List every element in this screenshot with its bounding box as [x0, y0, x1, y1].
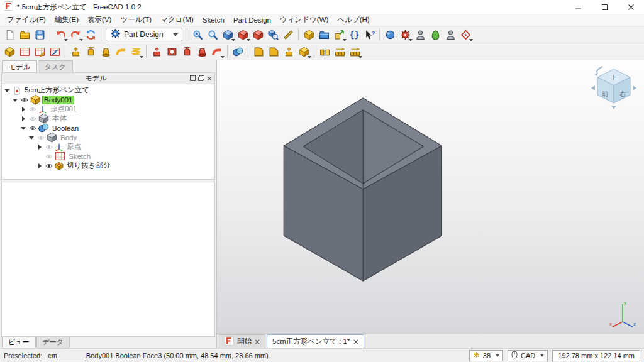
revolution-button[interactable]: [83, 44, 98, 59]
insert-component-button[interactable]: [413, 27, 428, 42]
create-part-button[interactable]: [301, 27, 316, 42]
orbit-arrow-icon[interactable]: [596, 67, 602, 72]
minimize-button[interactable]: [565, 0, 591, 14]
map-sketch-button[interactable]: [47, 44, 62, 59]
subtractive-pipe-button[interactable]: [209, 44, 225, 59]
tab-close-icon[interactable]: [353, 338, 358, 346]
draw-style-button[interactable]: [235, 27, 250, 42]
maximize-button[interactable]: [591, 0, 618, 14]
navigation-cube[interactable]: 上 前 右: [589, 64, 638, 111]
close-button[interactable]: [618, 0, 644, 14]
groove-button[interactable]: [179, 44, 194, 59]
menu-view[interactable]: 表示(V): [83, 14, 116, 26]
appearance-button[interactable]: [428, 27, 443, 42]
assembly-create-button[interactable]: [382, 27, 397, 42]
section-cut-button[interactable]: [250, 27, 265, 42]
menu-tools[interactable]: ツール(T): [116, 14, 156, 26]
isometric-view-button[interactable]: [220, 27, 235, 42]
additive-loft-button[interactable]: [98, 44, 113, 59]
expander-open[interactable]: [29, 134, 35, 141]
menu-sketch[interactable]: Sketch: [198, 15, 229, 25]
panel-tab-model[interactable]: モデル: [2, 60, 37, 72]
expander-open[interactable]: [4, 87, 11, 94]
3d-view[interactable]: 上 前 右 y x z: [217, 60, 644, 333]
draft-button[interactable]: [281, 44, 296, 59]
tree-item-body001[interactable]: Body001: [2, 95, 214, 104]
linear-pattern-button[interactable]: [332, 44, 347, 59]
visibility-eye-icon[interactable]: [45, 162, 53, 170]
create-sketch-button[interactable]: [17, 44, 32, 59]
dock-button[interactable]: [190, 75, 196, 82]
rotate-left-arrow-icon[interactable]: [591, 85, 595, 90]
expander-closed[interactable]: [37, 163, 43, 169]
visibility-eye-icon[interactable]: [21, 96, 28, 104]
rotate-right-arrow-icon[interactable]: [633, 85, 636, 90]
panel-tab-tasks[interactable]: タスク: [38, 60, 73, 72]
visibility-eye-icon[interactable]: [29, 106, 36, 113]
fit-all-button[interactable]: [190, 27, 205, 42]
create-group-button[interactable]: [316, 27, 331, 42]
tree-item-sketch[interactable]: Sketch: [2, 151, 214, 161]
tree-item-origin001[interactable]: 原点001: [2, 104, 214, 114]
menu-macro[interactable]: マクロ(M): [156, 14, 198, 26]
edit-sketch-button[interactable]: [32, 44, 47, 59]
assembly-solve-button[interactable]: [397, 27, 413, 42]
chamfer-button[interactable]: [266, 44, 281, 59]
expander-closed[interactable]: [37, 144, 43, 150]
additive-pipe-button[interactable]: [113, 44, 128, 59]
thickness-button[interactable]: [296, 44, 311, 59]
polar-pattern-button[interactable]: [347, 44, 362, 59]
expander-closed[interactable]: [21, 106, 27, 112]
expander-open[interactable]: [21, 125, 27, 131]
tab-close-icon[interactable]: [255, 338, 260, 346]
orbit-arrowhead-icon[interactable]: [594, 72, 598, 76]
menu-edit[interactable]: 編集(E): [50, 14, 83, 26]
visibility-eye-icon[interactable]: [45, 153, 53, 160]
expression-button[interactable]: {}: [347, 27, 362, 42]
undo-button[interactable]: [53, 27, 68, 42]
refresh-button[interactable]: [83, 27, 98, 42]
user-button[interactable]: [443, 27, 458, 42]
new-file-button[interactable]: [2, 27, 17, 42]
fit-selection-button[interactable]: [205, 27, 220, 42]
workbench-selector[interactable]: Part Design: [106, 28, 182, 41]
measure-button[interactable]: [280, 27, 296, 42]
subtractive-loft-button[interactable]: [194, 44, 209, 59]
menu-part-design[interactable]: Part Design: [229, 15, 275, 25]
tree-item-origin[interactable]: 原点: [2, 142, 214, 151]
additive-helix-button[interactable]: [128, 44, 143, 59]
visibility-eye-icon[interactable]: [29, 124, 36, 132]
close-panel-button[interactable]: [207, 75, 212, 82]
marker-size-combo[interactable]: 38: [469, 350, 503, 361]
menu-window[interactable]: ウィンドウ(W): [275, 14, 333, 26]
tree-item-cutout[interactable]: 切り抜き部分: [2, 161, 214, 170]
expander-open[interactable]: [13, 97, 19, 103]
expander-closed[interactable]: [21, 116, 27, 122]
rotate-down-arrow-icon[interactable]: [611, 106, 616, 109]
model-dock-header[interactable]: モデル: [1, 72, 215, 84]
open-file-button[interactable]: [17, 27, 32, 42]
boolean-operation-button[interactable]: [230, 44, 245, 59]
tree-item-main-solid[interactable]: 本体: [2, 114, 214, 123]
property-tab-view[interactable]: ビュー: [2, 337, 36, 348]
save-button[interactable]: [32, 27, 47, 42]
property-editor[interactable]: [1, 182, 215, 337]
create-body-button[interactable]: [2, 44, 17, 59]
mirrored-button[interactable]: [317, 44, 332, 59]
tree-item-document[interactable]: 5cm正方形ペン立て: [2, 85, 214, 95]
make-link-button[interactable]: [331, 27, 347, 42]
navigation-style-combo[interactable]: CAD: [508, 350, 548, 361]
visibility-eye-icon[interactable]: [45, 143, 53, 151]
document-tab-document[interactable]: 5cm正方形ペン立て : 1*: [267, 334, 364, 348]
pocket-button[interactable]: [149, 44, 164, 59]
create-joint-button[interactable]: [458, 27, 473, 42]
redo-button[interactable]: [68, 27, 83, 42]
visibility-eye-icon[interactable]: [37, 134, 45, 141]
menu-file[interactable]: ファイル(F): [3, 14, 50, 26]
tree-item-body[interactable]: Body: [2, 133, 214, 142]
menu-help[interactable]: ヘルプ(H): [333, 14, 374, 26]
tree-item-boolean[interactable]: Boolean: [2, 123, 214, 133]
pad-button[interactable]: [68, 44, 83, 59]
document-tab-start[interactable]: 開始: [219, 334, 265, 348]
float-button[interactable]: [198, 75, 204, 82]
